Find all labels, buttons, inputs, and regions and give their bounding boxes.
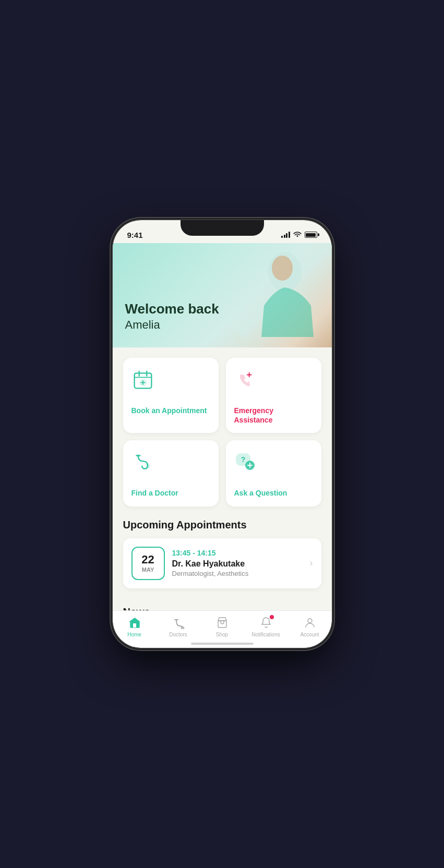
nav-doctors[interactable]: Doctors	[157, 616, 200, 637]
shop-icon	[215, 616, 229, 630]
question-icon: ?	[234, 451, 257, 474]
find-doctor-label: Find a Doctor	[131, 488, 210, 498]
welcome-label: Welcome back	[125, 301, 219, 317]
stethoscope-icon	[131, 451, 154, 474]
appointment-card[interactable]: 22 MAY 13:45 - 14:15 Dr. Kae Hyakutake D…	[123, 538, 321, 588]
appointment-month: MAY	[142, 566, 154, 573]
book-appointment-card[interactable]: Book an Appointment	[123, 358, 219, 433]
main-content: Book an Appointment Emergency	[113, 347, 332, 606]
emergency-assistance-card[interactable]: Emergency Assistance	[226, 358, 321, 433]
nav-notifications-label: Notifications	[251, 632, 280, 637]
scroll-content[interactable]: Welcome back Amelia	[113, 243, 332, 610]
wifi-icon	[293, 232, 302, 238]
action-grid: Book an Appointment Emergency	[123, 358, 321, 507]
appointment-chevron-icon: ›	[310, 558, 313, 569]
book-appointment-label: Book an Appointment	[131, 406, 210, 415]
notch	[181, 220, 264, 236]
nav-home-label: Home	[127, 632, 141, 637]
ask-question-card[interactable]: ? Ask a Question	[226, 440, 321, 506]
signal-bars-icon	[281, 232, 290, 238]
emergency-assistance-label: Emergency Assistance	[234, 406, 313, 425]
find-doctor-card[interactable]: Find a Doctor	[123, 440, 219, 506]
status-time: 9:41	[127, 231, 143, 239]
status-icons	[281, 232, 317, 238]
account-icon	[303, 616, 317, 630]
nav-account[interactable]: Account	[288, 616, 332, 637]
doctor-svg	[233, 243, 316, 337]
ask-question-label: Ask a Question	[234, 488, 313, 498]
appointment-info: 13:45 - 14:15 Dr. Kae Hyakutake Dermatol…	[172, 549, 303, 577]
doctor-image	[233, 243, 316, 337]
emergency-icon	[234, 368, 257, 391]
svg-point-1	[272, 256, 293, 281]
phone-frame: 9:41	[113, 220, 332, 648]
svg-point-26	[308, 619, 312, 623]
upcoming-appointments-title: Upcoming Appointments	[123, 519, 321, 531]
screen: 9:41	[113, 220, 332, 648]
appointment-date-badge: 22 MAY	[131, 547, 165, 580]
appointment-time: 13:45 - 14:15	[172, 549, 303, 557]
nav-shop-label: Shop	[216, 632, 228, 637]
appointment-specialty: Dermatologist, Aesthetics	[172, 570, 303, 577]
svg-point-12	[137, 454, 139, 457]
battery-icon	[305, 232, 317, 238]
hero-text: Welcome back Amelia	[125, 301, 219, 332]
nav-doctors-label: Doctors	[169, 632, 187, 637]
home-icon	[128, 616, 141, 630]
doctors-icon	[172, 616, 185, 630]
home-indicator	[191, 643, 254, 645]
notifications-icon	[259, 616, 273, 630]
notification-badge	[270, 615, 274, 619]
appointment-day: 22	[141, 554, 154, 565]
appointment-doctor: Dr. Kae Hyakutake	[172, 559, 303, 569]
hero-section: Welcome back Amelia	[113, 243, 332, 347]
nav-home[interactable]: Home	[113, 616, 157, 637]
calendar-icon	[131, 368, 154, 391]
nav-account-label: Account	[300, 632, 319, 637]
nav-shop[interactable]: Shop	[200, 616, 244, 637]
svg-point-13	[146, 464, 149, 468]
svg-text:?: ?	[241, 455, 245, 464]
nav-notifications[interactable]: Notifications	[244, 616, 288, 637]
news-section: News	[113, 606, 332, 610]
svg-rect-22	[133, 623, 136, 628]
news-title: News	[123, 606, 321, 610]
user-name: Amelia	[125, 318, 219, 332]
